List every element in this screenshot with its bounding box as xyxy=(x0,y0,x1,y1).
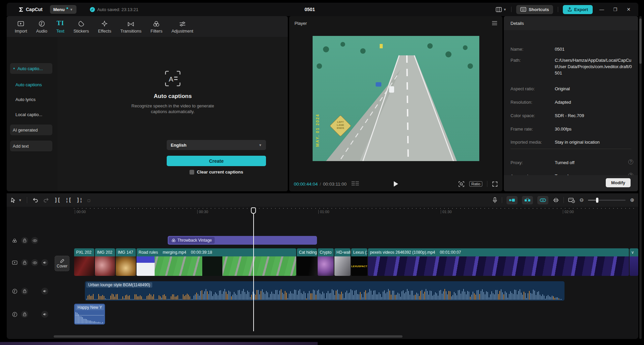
sidebar-item-ai-generated[interactable]: AI generated xyxy=(10,125,52,135)
detail-row: Name:0501 xyxy=(511,46,633,52)
fullscreen-icon[interactable] xyxy=(492,181,498,187)
ratio-button[interactable]: Ratio xyxy=(469,181,482,187)
timeline-scrollbar[interactable] xyxy=(54,335,402,338)
audio-clip-bgm[interactable]: Urban lounge style BGM(1148490) xyxy=(85,281,565,301)
auto-captions-description: Recognize speech in the video to generat… xyxy=(129,103,216,114)
player-controls: 00:00:44:04 / 00:03:11:00 Ratio xyxy=(289,177,502,191)
delete-selection-icon[interactable]: ▢ xyxy=(88,198,90,203)
menu-button[interactable]: Menu▼ xyxy=(50,5,76,14)
zoom-in-icon[interactable]: ⊕ xyxy=(630,197,634,203)
clip-thumbnail xyxy=(318,256,334,276)
tab-label: Transitions xyxy=(120,29,142,34)
undo-icon[interactable] xyxy=(32,197,38,203)
ruler-label: 00:00 xyxy=(75,210,86,214)
modify-button[interactable]: Modify xyxy=(606,178,631,187)
record-voiceover-icon[interactable] xyxy=(492,197,497,203)
video-preview[interactable]: LEFT LANE ENDS MAY. 01 2024 xyxy=(313,36,479,161)
timeline-toolbar: ▼ ][ ¦[ ]¦ ▢ xyxy=(7,193,638,207)
expand-triangle-icon[interactable]: ▼ xyxy=(13,67,15,70)
svg-text:A: A xyxy=(169,76,173,83)
tab-audio[interactable]: Audio xyxy=(36,19,47,34)
player-menu-icon[interactable] xyxy=(492,21,497,25)
detail-value: Original xyxy=(555,86,633,92)
divider xyxy=(511,149,631,149)
tab-effects[interactable]: Effects xyxy=(98,19,111,34)
video-clip-header: PXL 202 xyxy=(74,248,94,256)
video-clip[interactable]: v xyxy=(630,248,638,276)
tab-stickers[interactable]: Stickers xyxy=(73,19,89,34)
preview-axis-icon[interactable] xyxy=(568,197,575,203)
sidebar-item-auto-captio---[interactable]: ▼Auto captio... xyxy=(10,63,52,74)
playhead-handle[interactable] xyxy=(251,207,256,214)
sidebar-item-auto-lyrics[interactable]: Auto lyrics xyxy=(10,94,52,105)
audio-clip-happy-new[interactable]: Happy New Y xyxy=(74,304,105,325)
detail-row: Path:C:/Users/Hamza/AppData/Local/CapCut… xyxy=(511,57,633,76)
text-effect-clip[interactable]: Throwback Vintage xyxy=(168,236,317,245)
app-scrollbar-thumb[interactable] xyxy=(639,18,642,64)
timeline-zoom-slider[interactable] xyxy=(588,200,626,201)
split-right-icon[interactable]: ]¦ xyxy=(76,197,83,203)
sidebar-item-add-text[interactable]: Add text xyxy=(10,141,52,151)
mosaic-preview-icon[interactable] xyxy=(351,181,359,187)
video-clip[interactable]: PXL 202 xyxy=(74,248,94,276)
preview-zoom-icon[interactable] xyxy=(458,181,465,187)
minimize-button[interactable]: — xyxy=(597,7,606,12)
split-icon[interactable]: ][ xyxy=(54,197,60,203)
tab-label: Import xyxy=(15,29,27,34)
app-name: CapCut xyxy=(26,7,43,12)
tab-text[interactable]: TIText xyxy=(56,19,64,34)
video-clip[interactable]: IMG 202 xyxy=(95,248,115,276)
video-clip[interactable]: IMG 147 xyxy=(116,248,136,276)
clear-captions-checkbox[interactable] xyxy=(190,170,194,175)
mirror-split-icon[interactable] xyxy=(553,198,559,203)
video-date-overlay: MAY. 01 2024 xyxy=(315,114,320,147)
video-clip-header: Crypto xyxy=(318,248,334,256)
chevron-down-icon: ▼ xyxy=(503,8,506,11)
timeline-ruler[interactable]: 00:0000:3001:0001:3002:00 xyxy=(57,208,635,215)
sidebar-item-auto-captions[interactable]: Auto captions xyxy=(10,79,52,90)
restore-button[interactable]: ❐ xyxy=(611,7,620,12)
video-clip[interactable]: pexels videos 2646392 (1080p).mp400:01:0… xyxy=(368,248,629,276)
auto-split-icon[interactable] xyxy=(522,196,533,204)
shortcuts-button[interactable]: Shortcuts xyxy=(516,5,553,14)
play-button[interactable] xyxy=(394,181,398,187)
clip-thumbnail xyxy=(74,256,94,276)
export-button[interactable]: Export xyxy=(563,5,593,14)
zoom-out-icon[interactable]: ⊖ xyxy=(580,197,584,203)
chevron-down-icon: ▼ xyxy=(259,143,262,147)
timeline-panel: ▼ ][ ¦[ ]¦ ▢ xyxy=(7,193,638,339)
split-left-icon[interactable]: ¦[ xyxy=(65,197,71,203)
audio-icon xyxy=(39,19,45,27)
video-clip[interactable]: Lexus (1LEXUSFACT xyxy=(351,248,367,276)
tab-adjustment[interactable]: Adjustment xyxy=(171,19,193,34)
detail-value: 0501 xyxy=(555,46,633,52)
media-tabs: ImportAudioTITextStickersEffectsTransiti… xyxy=(7,16,288,37)
help-icon[interactable]: ? xyxy=(628,159,633,164)
link-clips-icon[interactable] xyxy=(537,196,548,204)
magnetic-snap-icon[interactable] xyxy=(506,196,518,204)
sidebar-item-local-captio---[interactable]: Local captio... xyxy=(10,109,52,120)
close-button[interactable]: ✕ xyxy=(624,7,633,12)
video-clip[interactable]: Cat hiding xyxy=(297,248,317,276)
clip-label: IMG 202 xyxy=(97,250,112,255)
zoom-slider-thumb[interactable] xyxy=(596,198,598,203)
export-icon xyxy=(568,7,572,12)
create-button[interactable]: Create xyxy=(167,156,266,166)
adjustment-icon xyxy=(179,19,186,27)
select-tool-chevron[interactable]: ▼ xyxy=(18,198,22,202)
layout-panels-icon[interactable]: ▼ xyxy=(496,7,506,12)
select-tool-icon[interactable] xyxy=(10,197,16,203)
detail-value: Turned off xyxy=(555,159,622,166)
video-clip[interactable]: Crypto xyxy=(318,248,334,276)
tab-transitions[interactable]: Transitions xyxy=(120,19,142,34)
tab-filters[interactable]: Filters xyxy=(151,19,162,34)
redo-icon[interactable] xyxy=(43,197,49,203)
video-clip[interactable]: Road rulesmerging.mp400:00:39:18 xyxy=(137,248,296,276)
clip-label: v xyxy=(632,250,634,255)
tab-import[interactable]: Import xyxy=(15,19,27,34)
detail-value: Stay in original location xyxy=(555,139,633,145)
divider xyxy=(502,197,502,203)
video-clip[interactable]: HD-wall xyxy=(334,248,351,276)
details-footer: Modify xyxy=(504,175,638,191)
language-select[interactable]: English ▼ xyxy=(167,140,266,150)
